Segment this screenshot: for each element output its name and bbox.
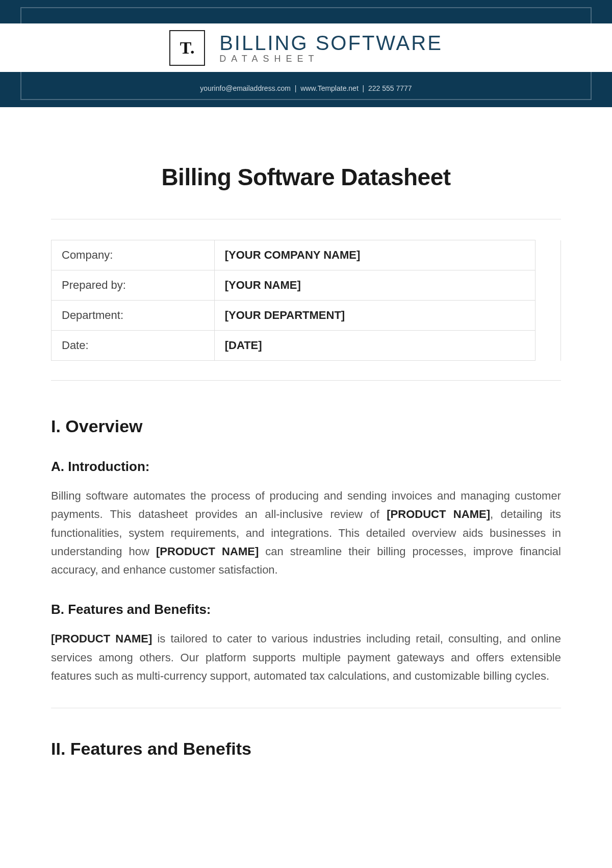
info-table: Company: [YOUR COMPANY NAME] Prepared by… [51,240,561,361]
placeholder-bold: [PRODUCT NAME] [387,508,490,520]
contact-email: yourinfo@emailaddress.com [200,84,291,92]
contact-site: www.Template.net [300,84,359,92]
info-value: [YOUR DEPARTMENT] [214,301,535,331]
info-value: [DATE] [214,331,535,361]
features-paragraph: [PRODUCT NAME] is tailored to cater to v… [51,630,561,685]
intro-paragraph: Billing software automates the process o… [51,487,561,579]
contact-line: yourinfo@emailaddress.com | www.Template… [0,84,612,92]
subsection-intro-heading: A. Introduction: [51,459,561,475]
header-white-strip: T. BILLING SOFTWARE DATASHEET [0,23,612,72]
document-content: Billing Software Datasheet Company: [YOU… [0,107,612,759]
section-overview-heading: I. Overview [51,416,561,436]
placeholder-bold: [PRODUCT NAME] [156,545,259,558]
page-title: Billing Software Datasheet [51,163,561,191]
logo-icon: T. [169,30,205,66]
info-label: Department: [52,301,215,331]
contact-phone: 222 555 7777 [368,84,412,92]
placeholder-bold: [PRODUCT NAME] [51,632,152,645]
brand-subtitle: DATASHEET [219,54,443,63]
info-value: [YOUR NAME] [214,270,535,301]
table-gap [536,331,561,361]
section-features-heading: II. Features and Benefits [51,739,561,759]
info-label: Date: [52,331,215,361]
table-row: Company: [YOUR COMPANY NAME] [52,240,561,270]
subsection-features-heading: B. Features and Benefits: [51,602,561,617]
brand-text: BILLING SOFTWARE DATASHEET [219,33,443,63]
divider [51,380,561,381]
info-value: [YOUR COMPANY NAME] [214,240,535,270]
divider [51,708,561,708]
divider [51,219,561,219]
table-gap [536,270,561,301]
header-band: T. BILLING SOFTWARE DATASHEET yourinfo@e… [0,0,612,107]
table-gap [536,240,561,270]
info-label: Prepared by: [52,270,215,301]
info-label: Company: [52,240,215,270]
table-row: Prepared by: [YOUR NAME] [52,270,561,301]
table-row: Department: [YOUR DEPARTMENT] [52,301,561,331]
table-gap [536,301,561,331]
brand-title: BILLING SOFTWARE [219,33,443,53]
table-row: Date: [DATE] [52,331,561,361]
